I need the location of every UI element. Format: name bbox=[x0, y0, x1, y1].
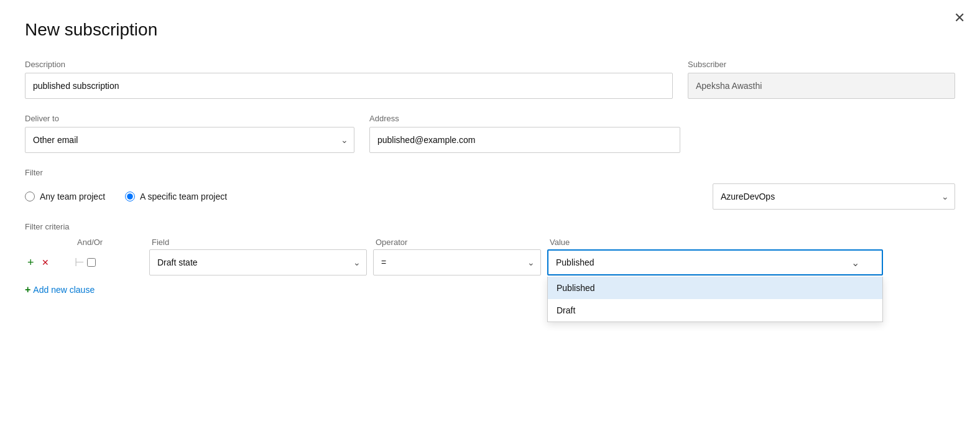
deliver-to-label: Deliver to bbox=[25, 114, 354, 123]
deliver-to-select[interactable]: Other email My email SOAP bbox=[25, 127, 354, 153]
address-label: Address bbox=[369, 114, 680, 123]
add-clause-plus-icon: + bbox=[25, 284, 30, 295]
value-select-display[interactable]: Published ⌄ bbox=[547, 249, 883, 275]
description-label: Description bbox=[25, 60, 673, 69]
filter-label: Filter bbox=[25, 168, 955, 177]
dialog-title: New subscription bbox=[25, 20, 955, 40]
deliver-to-select-wrapper: Other email My email SOAP ⌄ bbox=[25, 127, 354, 153]
deliver-to-group: Deliver to Other email My email SOAP ⌄ bbox=[25, 114, 354, 153]
add-criteria-button[interactable]: + bbox=[25, 254, 37, 271]
subscriber-label: Subscriber bbox=[688, 60, 955, 69]
add-clause-button[interactable]: + Add new clause bbox=[25, 284, 95, 295]
subscriber-input bbox=[688, 73, 955, 99]
value-header: Value bbox=[550, 238, 570, 247]
criteria-header: And/Or Field Operator Value bbox=[25, 238, 955, 247]
new-subscription-dialog: ✕ New subscription Description Subscribe… bbox=[0, 0, 980, 444]
any-team-project-radio[interactable] bbox=[25, 192, 35, 201]
subscriber-group: Subscriber bbox=[688, 60, 955, 99]
description-input[interactable] bbox=[25, 73, 673, 99]
value-option-published[interactable]: Published bbox=[548, 277, 882, 299]
project-select-wrapper: AzureDevOps Project1 Project2 ⌄ bbox=[713, 183, 955, 210]
any-team-project-label: Any team project bbox=[40, 192, 105, 201]
value-option-draft[interactable]: Draft bbox=[548, 299, 882, 321]
operator-header: Operator bbox=[376, 238, 550, 247]
any-team-project-option[interactable]: Any team project bbox=[25, 192, 105, 201]
criteria-row: + ✕ ⊢ Draft state Title Status ⌄ = bbox=[25, 249, 955, 275]
description-group: Description bbox=[25, 60, 673, 99]
add-clause-label: Add new clause bbox=[33, 285, 95, 295]
specific-team-project-radio[interactable] bbox=[125, 192, 135, 201]
filter-criteria-section: Filter criteria And/Or Field Operator Va… bbox=[25, 222, 955, 295]
field-select-wrapper: Draft state Title Status ⌄ bbox=[149, 249, 367, 275]
andor-checkbox[interactable] bbox=[87, 258, 96, 267]
address-group: Address bbox=[369, 114, 680, 153]
andor-cell: ⊢ bbox=[75, 256, 149, 269]
description-subscriber-row: Description Subscriber bbox=[25, 60, 955, 99]
andor-header: And/Or bbox=[77, 238, 152, 247]
address-input[interactable] bbox=[369, 127, 680, 153]
deliver-address-row: Deliver to Other email My email SOAP ⌄ A… bbox=[25, 114, 955, 153]
specific-team-project-option[interactable]: A specific team project bbox=[125, 192, 227, 201]
close-button[interactable]: ✕ bbox=[954, 11, 965, 25]
operator-select[interactable]: = != > < bbox=[373, 249, 541, 275]
field-header: Field bbox=[152, 238, 376, 247]
filter-radio-row: Any team project A specific team project… bbox=[25, 183, 955, 210]
field-select[interactable]: Draft state Title Status bbox=[149, 249, 367, 275]
criteria-actions: + ✕ bbox=[25, 254, 75, 271]
operator-select-wrapper: = != > < ⌄ bbox=[373, 249, 541, 275]
value-selected-text: Published bbox=[556, 257, 594, 267]
value-chevron-icon: ⌄ bbox=[851, 257, 859, 269]
specific-team-project-label: A specific team project bbox=[140, 192, 227, 201]
indent-icon: ⊢ bbox=[75, 256, 85, 269]
value-dropdown: Published Draft bbox=[547, 277, 883, 322]
filter-section: Filter Any team project A specific team … bbox=[25, 168, 955, 210]
project-select[interactable]: AzureDevOps Project1 Project2 bbox=[713, 183, 955, 210]
filter-criteria-label: Filter criteria bbox=[25, 222, 955, 231]
value-select-wrapper[interactable]: Published ⌄ Published Draft bbox=[547, 249, 883, 275]
remove-criteria-button[interactable]: ✕ bbox=[39, 256, 52, 269]
